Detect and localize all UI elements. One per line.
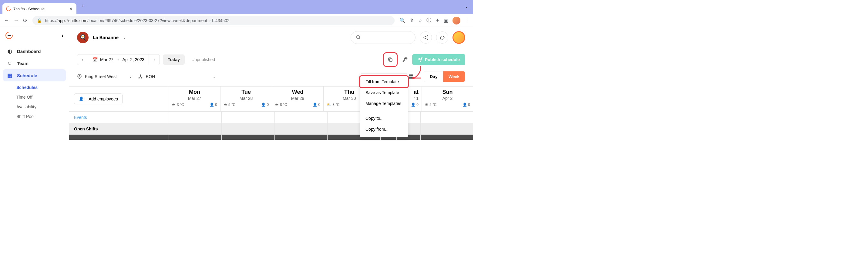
view-toggle: Day Week [424, 71, 465, 82]
close-tab-icon[interactable]: ✕ [69, 6, 73, 11]
today-button[interactable]: Today [163, 54, 185, 65]
date-range-display[interactable]: 📅 Mar 27 → Apr 2, 2023 [88, 57, 149, 62]
sidebar-subitem-shiftpool[interactable]: Shift Pool [17, 112, 66, 121]
dropdown-item-manage-templates[interactable]: Manage Templates [360, 98, 408, 109]
sidebar-subitem-availability[interactable]: Availability [17, 102, 66, 112]
add-employees-button[interactable]: 👤+ Add employees [74, 93, 123, 104]
tools-button[interactable] [401, 54, 409, 65]
user-avatar[interactable] [453, 31, 465, 44]
people-count: 👤 0 [210, 103, 217, 107]
back-button[interactable]: ← [4, 17, 9, 24]
sidebar-item-label: Dashboard [17, 49, 41, 54]
templates-dropdown: Fill from Template Save as Template Mana… [360, 74, 408, 137]
dropdown-item-fill-template[interactable]: Fill from Template [359, 75, 409, 88]
row-label[interactable]: Open Shifts [69, 123, 168, 134]
forward-button[interactable]: → [13, 17, 19, 24]
dropdown-item-copy-from[interactable]: Copy from... [360, 124, 408, 135]
profile-avatar[interactable] [453, 16, 460, 25]
reader-icon[interactable]: ▣ [444, 17, 448, 23]
calendar-icon: 📅 [93, 57, 98, 62]
location-filter[interactable]: King Street West ⌄ [77, 74, 132, 79]
search-input[interactable] [350, 31, 415, 44]
sidebar-item-label: Schedule [17, 73, 37, 78]
open-shifts-row: Open Shifts [69, 123, 473, 135]
view-week-button[interactable]: Week [443, 71, 465, 82]
favicon-icon [5, 5, 12, 12]
gauge-icon: ◐ [7, 48, 13, 54]
location-name: La Bananne [93, 35, 119, 40]
view-day-button[interactable]: Day [424, 71, 443, 82]
events-row: Events [69, 112, 473, 123]
weather-icon: 🌧 5 °C [223, 103, 235, 107]
svg-point-6 [141, 77, 142, 78]
day-header-wed: Wed Mar 29 🌧 8 °C👤 0 [272, 86, 323, 111]
publish-status: Unpublished [191, 57, 215, 62]
search-icon [356, 35, 361, 40]
org-icon [138, 74, 143, 79]
browser-toolbar: ← → ⟳ 🔒 https://app.7shifts.com/location… [0, 14, 473, 27]
zoom-icon[interactable]: 🔍 [399, 17, 405, 23]
svg-point-0 [356, 35, 360, 39]
location-chevron-icon[interactable]: ⌄ [123, 35, 126, 40]
collapse-sidebar-icon[interactable]: ‹ [62, 32, 63, 39]
chevron-down-icon: ⌄ [129, 74, 132, 79]
sidebar-item-label: Team [17, 61, 29, 66]
extensions-icon[interactable]: ✦ [436, 17, 439, 23]
messages-icon[interactable] [436, 32, 448, 44]
info-icon[interactable]: ⓘ [426, 17, 431, 24]
browser-tab[interactable]: 7shifts - Schedule ✕ [2, 3, 76, 14]
svg-rect-7 [409, 74, 411, 76]
sidebar-subitem-schedules[interactable]: Schedules [17, 83, 66, 92]
svg-line-1 [359, 38, 360, 39]
new-tab-button[interactable]: + [81, 3, 85, 9]
tabs-chevron-icon[interactable]: ⌄ [465, 4, 468, 9]
weather-icon: ☀ 2 °C [425, 103, 436, 107]
add-person-icon: 👤+ [79, 97, 86, 101]
dropdown-item-save-template[interactable]: Save as Template [360, 87, 408, 98]
dropdown-item-copy-to[interactable]: Copy to... [360, 113, 408, 124]
dark-row [69, 135, 473, 140]
app-logo[interactable] [4, 30, 14, 41]
weather-icon: ⛅ 3 °C [327, 103, 339, 107]
department-filter[interactable]: BOH ⌄ [138, 74, 216, 79]
url-text: https://app.7shifts.com/location/299746/… [45, 18, 229, 23]
announcements-icon[interactable] [420, 32, 432, 44]
menu-icon[interactable]: ⋮ [465, 17, 469, 23]
weather-icon: 🌧 3 °C [172, 103, 184, 107]
prev-week-button[interactable]: ‹ [78, 54, 88, 65]
people-count: 👤 0 [261, 103, 269, 107]
svg-rect-9 [409, 77, 411, 79]
dropdown-divider [360, 111, 408, 111]
chevron-down-icon: ⌄ [213, 74, 216, 79]
sidebar: ‹ ◐ Dashboard ☺ Team ▦ Schedule Schedule… [0, 27, 69, 141]
filter-row: King Street West ⌄ BOH ⌄ Day Week [69, 71, 473, 86]
share-icon[interactable]: ⇪ [410, 17, 414, 23]
bookmark-icon[interactable]: ☆ [418, 17, 422, 23]
browser-tab-strip: 7shifts - Schedule ✕ + ⌄ [0, 0, 473, 14]
people-count: 👤 0 [313, 103, 320, 107]
templates-button[interactable] [383, 52, 398, 67]
schedule-toolbar: ‹ 📅 Mar 27 → Apr 2, 2023 › Today Unpubli… [69, 48, 473, 71]
address-bar[interactable]: 🔒 https://app.7shifts.com/location/29974… [32, 16, 395, 25]
grid-header-row: 👤+ Add employees Mon Mar 27 🌧 3 °C👤 0 Tu… [69, 86, 473, 112]
calendar-icon: ▦ [7, 72, 13, 78]
grid-view-icon[interactable] [408, 74, 414, 79]
date-range-picker: ‹ 📅 Mar 27 → Apr 2, 2023 › [77, 54, 160, 65]
sidebar-item-schedule[interactable]: ▦ Schedule [3, 69, 66, 81]
svg-point-5 [138, 77, 140, 78]
day-header-tue: Tue Mar 28 🌧 5 °C👤 0 [220, 86, 272, 111]
reload-button[interactable]: ⟳ [23, 17, 28, 24]
sidebar-subitem-timeoff[interactable]: Time Off [17, 92, 66, 102]
row-label[interactable]: Events [69, 112, 168, 123]
svg-point-4 [140, 75, 141, 76]
publish-button[interactable]: Publish schedule [412, 54, 465, 65]
sidebar-item-team[interactable]: ☺ Team [3, 57, 66, 69]
lock-icon: 🔒 [37, 18, 42, 23]
svg-rect-8 [411, 74, 413, 76]
location-avatar: 🍳 [77, 32, 89, 43]
sidebar-item-dashboard[interactable]: ◐ Dashboard [3, 45, 66, 57]
schedule-grid: 👤+ Add employees Mon Mar 27 🌧 3 °C👤 0 Tu… [69, 86, 473, 140]
weather-icon: 🌧 8 °C [275, 103, 287, 107]
next-week-button[interactable]: › [149, 54, 159, 65]
people-count: 👤 0 [411, 103, 418, 107]
